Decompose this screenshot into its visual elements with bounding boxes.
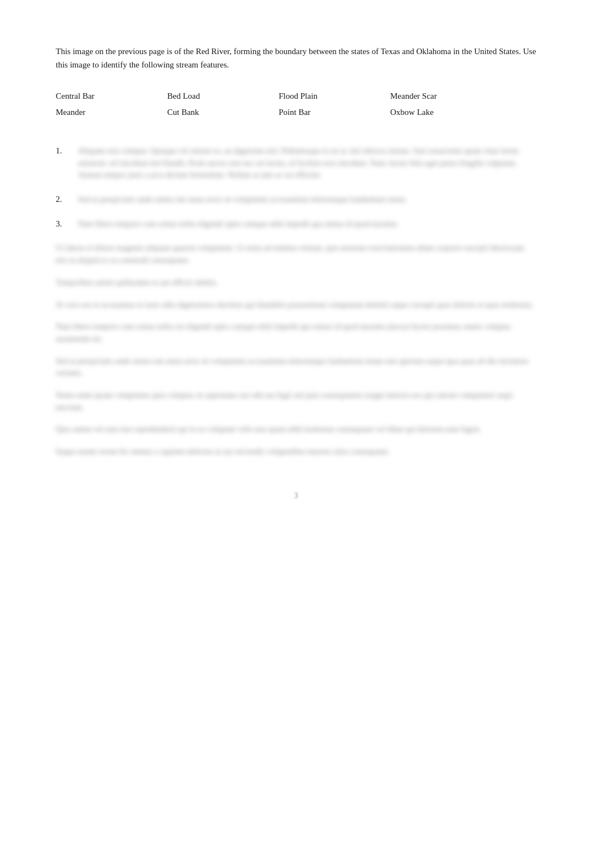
answer-text-3: Nam libero tempore cum soluta nobis elig… [78, 218, 536, 230]
answer-number-3: 3. [56, 218, 78, 229]
answer-para-1: Temporibus autem quibusdam et aut offici… [56, 277, 536, 289]
feature-central-bar: Central Bar [56, 91, 167, 101]
answers-section: 1. Aliquam erat volutpat. Quisque vel ru… [56, 145, 536, 458]
feature-meander-scar: Meander Scar [390, 91, 502, 101]
features-grid: Central Bar Bed Load Flood Plain Meander… [56, 91, 536, 117]
feature-point-bar: Point Bar [279, 108, 390, 117]
feature-cut-bank: Cut Bank [167, 108, 279, 117]
answer-para-0: Ut labore et dolore magnam aliquam quaer… [56, 242, 536, 266]
answer-text-1: Aliquam erat volutpat. Quisque vel rutru… [78, 145, 536, 181]
answer-para-2: At vero eos et accusamus et iusto odio d… [56, 299, 536, 311]
feature-bed-load: Bed Load [167, 91, 279, 101]
answer-item-3: 3. Nam libero tempore cum soluta nobis e… [56, 218, 536, 230]
answer-para-3: Nam libero tempore cum soluta nobis est … [56, 321, 536, 345]
page-number: 3 [56, 491, 536, 500]
answer-text-2: Sed ut perspiciatis unde omnis iste natu… [78, 194, 536, 206]
answer-item-1: 1. Aliquam erat volutpat. Quisque vel ru… [56, 145, 536, 181]
answer-para-5: Nemo enim ipsam voluptatem quia voluptas… [56, 389, 536, 413]
feature-flood-plain: Flood Plain [279, 91, 390, 101]
intro-paragraph: This image on the previous page is of th… [56, 45, 536, 71]
feature-oxbow-lake: Oxbow Lake [390, 108, 502, 117]
answer-paragraphs: Ut labore et dolore magnam aliquam quaer… [56, 242, 536, 457]
answer-para-6: Quis autem vel eum iure reprehenderit qu… [56, 423, 536, 436]
answer-item-2: 2. Sed ut perspiciatis unde omnis iste n… [56, 194, 536, 206]
answer-number-1: 1. [56, 145, 78, 156]
answer-para-7: Itaque earum rerum hic tenetur a sapient… [56, 446, 536, 458]
answer-para-4: Sed ut perspiciatis unde omnis iste natu… [56, 355, 536, 379]
feature-meander: Meander [56, 108, 167, 117]
answer-number-2: 2. [56, 194, 78, 204]
page: This image on the previous page is of th… [0, 0, 592, 868]
